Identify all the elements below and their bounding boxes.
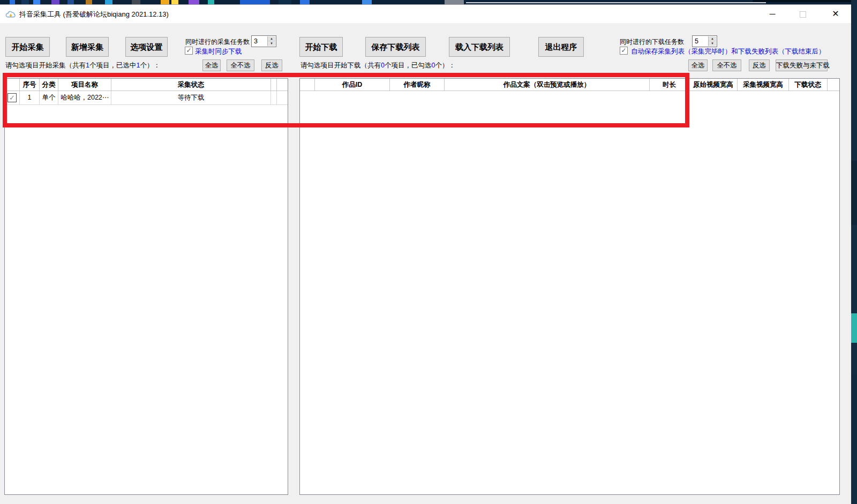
spinner-down-icon[interactable]: ▼ (709, 41, 716, 46)
desktop-icon-fragment (161, 0, 169, 4)
collect-select-prefix: 请勾选项目开始采集（共有 (5, 62, 86, 69)
collect-table-header: 序号 分类 项目名称 采集状态 (5, 79, 288, 91)
collect-header-category[interactable]: 分类 (40, 79, 58, 91)
sync-download-checkbox[interactable]: ✓ (185, 47, 193, 55)
download-header-checkbox-col[interactable] (300, 79, 315, 91)
desktop-teal-fragment (851, 313, 857, 343)
download-header-caption[interactable]: 作品文案（双击预览或播放） (445, 79, 650, 91)
screen: 抖音采集工具 (吾爱破解论坛biqiang 2021.12.13) ─ ✕ 开始… (0, 0, 857, 504)
collect-header-seq[interactable]: 序号 (20, 79, 40, 91)
download-select-none-button[interactable]: 全不选 (712, 59, 741, 71)
desktop-icon-fragment (132, 0, 140, 4)
maximize-button[interactable] (791, 5, 815, 23)
collect-tasks-spinner[interactable]: 3 ▲ ▼ (251, 35, 276, 47)
spinner-up-icon[interactable]: ▲ (268, 36, 275, 41)
autosave-checkbox[interactable]: ✓ (620, 47, 628, 55)
spinner-up-icon[interactable]: ▲ (709, 36, 716, 41)
collect-tasks-label: 同时进行的采集任务数 (185, 37, 250, 47)
download-header-original-size[interactable]: 原始视频宽高 (689, 79, 738, 91)
desktop-background-right (851, 0, 857, 504)
window-title: 抖音采集工具 (吾爱破解论坛biqiang 2021.12.13) (19, 10, 169, 19)
spinner-buttons[interactable]: ▲ ▼ (267, 36, 275, 46)
download-header-duration[interactable]: 时长 (650, 79, 689, 91)
collect-select-none-button[interactable]: 全不选 (227, 59, 254, 71)
desktop-fragment (851, 375, 857, 450)
desktop-fragment (851, 161, 857, 225)
collect-header-checkbox-col[interactable] (5, 79, 20, 91)
desktop-icon-fragment (105, 0, 112, 4)
desktop-icon-fragment (362, 0, 372, 4)
download-select-suffix: 个）： (435, 62, 455, 69)
autosave-label[interactable]: 自动保存采集列表（采集完毕时）和下载失败列表（下载结束后） (631, 47, 825, 56)
desktop-background-top (0, 0, 857, 4)
download-item-count: 0 (381, 62, 385, 69)
desktop-icon-fragment (445, 0, 464, 4)
collect-item-count: 1 (86, 62, 89, 69)
row-checkbox[interactable]: ✓ (7, 93, 17, 102)
row-seq: 1 (20, 91, 40, 104)
load-download-list-button[interactable]: 载入下载列表 (449, 37, 510, 57)
app-window: 抖音采集工具 (吾爱破解论坛biqiang 2021.12.13) ─ ✕ 开始… (0, 4, 851, 504)
title-bar: 抖音采集工具 (吾爱破解论坛biqiang 2021.12.13) ─ ✕ (0, 5, 851, 23)
download-invert-select-button[interactable]: 反选 (749, 59, 770, 71)
desktop-icon-fragment (171, 0, 178, 4)
desktop-icon-fragment (67, 0, 74, 4)
spinner-buttons[interactable]: ▲ ▼ (708, 36, 716, 46)
desktop-icon-fragment (279, 0, 291, 4)
download-select-mid: 个项目，已勾选 (385, 62, 432, 69)
start-collect-button[interactable]: 开始采集 (5, 37, 50, 57)
download-header-filler (828, 79, 839, 91)
desktop-icon-fragment (10, 0, 15, 4)
maximize-icon (800, 11, 806, 18)
collect-invert-select-button[interactable]: 反选 (261, 59, 282, 71)
collect-list-panel: 序号 分类 项目名称 采集状态 ✓ 1 单个 哈哈哈，2022⋯ 等待下载 (4, 78, 288, 495)
desktop-icon-fragment (208, 0, 214, 4)
desktop-icon-fragment (21, 0, 29, 4)
desktop-icon-fragment (86, 0, 92, 4)
desktop-icon-fragment (51, 0, 59, 4)
collect-select-mid: 个项目，已选中 (89, 62, 137, 69)
download-header-author[interactable]: 作者昵称 (390, 79, 445, 91)
download-header-work-id[interactable]: 作品ID (315, 79, 390, 91)
row-checkbox-cell[interactable]: ✓ (5, 91, 20, 104)
options-button[interactable]: 选项设置 (125, 37, 168, 57)
download-tasks-label: 同时进行的下载任务数 (620, 37, 684, 47)
download-header-status[interactable]: 下载状态 (789, 79, 828, 91)
download-select-prefix: 请勾选项目开始下载（共有 (300, 62, 381, 69)
collect-table-row[interactable]: ✓ 1 单个 哈哈哈，2022⋯ 等待下载 (5, 91, 288, 105)
row-category: 单个 (40, 91, 58, 104)
row-status: 等待下载 (111, 91, 271, 104)
row-name: 哈哈哈，2022⋯ (58, 91, 111, 104)
download-header-collected-size[interactable]: 采集视频宽高 (738, 79, 789, 91)
download-table-header: 作品ID 作者昵称 作品文案（双击预览或播放） 时长 原始视频宽高 采集视频宽高… (300, 79, 839, 91)
close-button[interactable]: ✕ (823, 5, 848, 23)
minimize-button[interactable]: ─ (760, 5, 785, 23)
background-window-edge (466, 2, 766, 3)
download-failed-unfinished-button[interactable]: 下载失败与未下载 (776, 59, 828, 71)
download-list-panel: 作品ID 作者昵称 作品文案（双击预览或播放） 时长 原始视频宽高 采集视频宽高… (299, 78, 840, 495)
row-filler (271, 91, 277, 104)
collect-tasks-value: 3 (254, 37, 258, 45)
desktop-icon-fragment (753, 0, 857, 2)
exit-button[interactable]: 退出程序 (538, 37, 584, 57)
collect-select-all-button[interactable]: 全选 (202, 59, 221, 71)
desktop-icon-fragment (189, 0, 199, 4)
download-select-line: 请勾选项目开始下载（共有0个项目，已勾选0个）： (300, 61, 455, 70)
download-select-all-button[interactable]: 全选 (688, 59, 708, 71)
app-cloud-download-icon (5, 9, 16, 19)
download-tasks-spinner[interactable]: 5 ▲ ▼ (692, 35, 717, 47)
collect-header-filler (271, 79, 277, 91)
download-tasks-value: 5 (695, 37, 698, 45)
desktop-icon-fragment (33, 0, 40, 4)
collect-select-line: 请勾选项目开始采集（共有1个项目，已选中1个）： (5, 61, 160, 70)
desktop-icon-fragment (300, 0, 310, 4)
sync-download-label[interactable]: 采集时同步下载 (195, 47, 242, 56)
add-collect-button[interactable]: 新增采集 (66, 37, 109, 57)
save-download-list-button[interactable]: 保存下载列表 (365, 37, 426, 57)
collect-header-name[interactable]: 项目名称 (58, 79, 111, 91)
desktop-icon-fragment (240, 0, 270, 4)
collect-header-status[interactable]: 采集状态 (111, 79, 271, 91)
collect-select-suffix: 个）： (140, 62, 160, 69)
start-download-button[interactable]: 开始下载 (299, 37, 343, 57)
spinner-down-icon[interactable]: ▼ (268, 41, 275, 46)
